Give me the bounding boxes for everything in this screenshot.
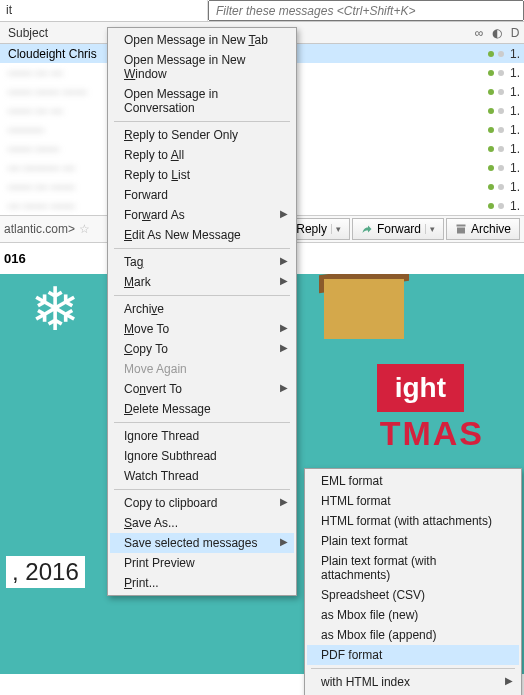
context-menu: Open Message in New Tab Open Message in … xyxy=(107,27,297,596)
forward-icon xyxy=(361,223,373,235)
archive-icon xyxy=(455,223,467,235)
star-icon[interactable]: ☆ xyxy=(79,222,90,236)
mi-tag[interactable]: Tag▶ xyxy=(110,252,294,272)
mi-reply-all[interactable]: Reply to All xyxy=(110,145,294,165)
mi-print[interactable]: Print... xyxy=(110,573,294,593)
mi-open-conversation[interactable]: Open Message in Conversation xyxy=(110,84,294,118)
top-label: it xyxy=(0,0,208,21)
mi-open-tab[interactable]: Open Message in New Tab xyxy=(110,30,294,50)
submenu-arrow-icon: ▶ xyxy=(280,342,288,353)
mi-move-to[interactable]: Move To▶ xyxy=(110,319,294,339)
mi-watch-thread[interactable]: Watch Thread xyxy=(110,466,294,486)
smi-mbox-new[interactable]: as Mbox file (new) xyxy=(307,605,519,625)
banner-text: ight xyxy=(377,364,464,412)
mi-save-selected[interactable]: Save selected messages▶ xyxy=(110,533,294,553)
message-date: 1. xyxy=(510,47,524,61)
thread-icon[interactable]: ◐ xyxy=(488,26,506,40)
submenu-arrow-icon: ▶ xyxy=(505,675,513,686)
glasses-icon[interactable]: ∞ xyxy=(470,26,488,40)
mi-archive[interactable]: Archive xyxy=(110,299,294,319)
tree-graphic: ❄ xyxy=(30,274,80,344)
smi-html-index[interactable]: with HTML index▶ xyxy=(307,672,519,692)
mi-ignore-thread[interactable]: Ignore Thread xyxy=(110,426,294,446)
mi-reply-list[interactable]: Reply to List xyxy=(110,165,294,185)
filter-input[interactable] xyxy=(208,0,524,21)
dropdown-icon[interactable]: ▾ xyxy=(331,224,341,234)
smi-html-att[interactable]: HTML format (with attachments) xyxy=(307,511,519,531)
archive-button[interactable]: Archive xyxy=(446,218,520,240)
mi-delete[interactable]: Delete Message xyxy=(110,399,294,419)
smi-mbox-append[interactable]: as Mbox file (append) xyxy=(307,625,519,645)
forward-button[interactable]: Forward▾ xyxy=(352,218,444,240)
mi-edit-new[interactable]: Edit As New Message xyxy=(110,225,294,245)
mi-copy-to[interactable]: Copy To▶ xyxy=(110,339,294,359)
submenu-arrow-icon: ▶ xyxy=(280,382,288,393)
mi-move-again: Move Again xyxy=(110,359,294,379)
banner-text-2: TMAS xyxy=(380,414,484,453)
preview-date: , 2016 xyxy=(6,556,85,588)
mi-save-as[interactable]: Save As... xyxy=(110,513,294,533)
submenu-arrow-icon: ▶ xyxy=(280,255,288,266)
dropdown-icon[interactable]: ▾ xyxy=(425,224,435,234)
col-date[interactable]: D xyxy=(506,26,524,40)
smi-html[interactable]: HTML format xyxy=(307,491,519,511)
submenu-arrow-icon: ▶ xyxy=(280,208,288,219)
mi-forward-as[interactable]: Forward As▶ xyxy=(110,205,294,225)
save-submenu: EML format HTML format HTML format (with… xyxy=(304,468,522,695)
submenu-arrow-icon: ▶ xyxy=(280,275,288,286)
submenu-arrow-icon: ▶ xyxy=(280,496,288,507)
mi-mark[interactable]: Mark▶ xyxy=(110,272,294,292)
mi-convert-to[interactable]: Convert To▶ xyxy=(110,379,294,399)
smi-csv[interactable]: Spreadsheet (CSV) xyxy=(307,585,519,605)
mi-print-preview[interactable]: Print Preview xyxy=(110,553,294,573)
smi-eml[interactable]: EML format xyxy=(307,471,519,491)
mi-open-window[interactable]: Open Message in New Window xyxy=(110,50,294,84)
smi-plain-att[interactable]: Plain text format (with attachments) xyxy=(307,551,519,585)
submenu-arrow-icon: ▶ xyxy=(280,536,288,547)
status-dot xyxy=(498,51,504,57)
status-dot xyxy=(488,51,494,57)
smi-pdf[interactable]: PDF format xyxy=(307,645,519,665)
mi-ignore-subthread[interactable]: Ignore Subthread xyxy=(110,446,294,466)
smi-plain[interactable]: Plain text format xyxy=(307,531,519,551)
submenu-arrow-icon: ▶ xyxy=(280,322,288,333)
mi-copy-clipboard[interactable]: Copy to clipboard▶ xyxy=(110,493,294,513)
mi-forward[interactable]: Forward xyxy=(110,185,294,205)
from-address: atlantic.com> xyxy=(4,222,75,236)
mi-reply-sender[interactable]: Reply to Sender Only xyxy=(110,125,294,145)
house-graphic xyxy=(324,279,404,339)
